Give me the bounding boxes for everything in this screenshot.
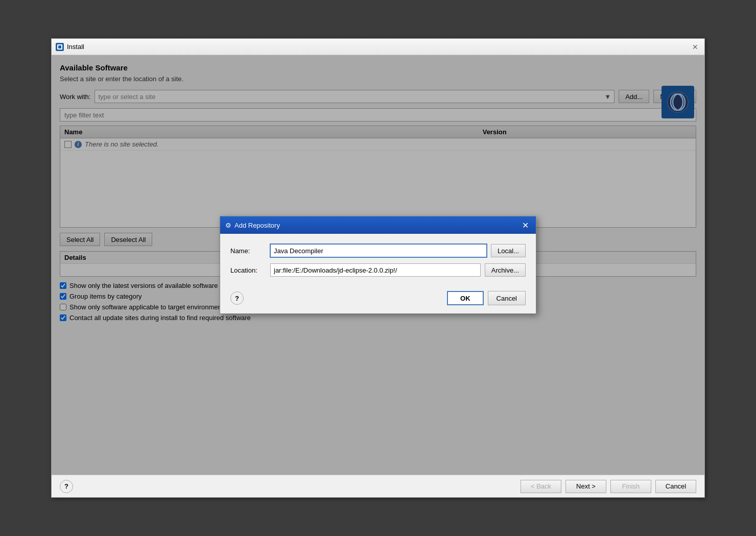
modal-help-button[interactable]: ? xyxy=(230,291,244,305)
modal-location-label: Location: xyxy=(230,266,266,274)
help-button[interactable]: ? xyxy=(60,480,73,493)
modal-cancel-button[interactable]: Cancel xyxy=(488,291,526,305)
finish-button[interactable]: Finish xyxy=(610,480,651,493)
modal-buttons: ? OK Cancel xyxy=(220,287,536,313)
modal-content: Name: Local... Location: Archive... xyxy=(220,234,536,287)
title-bar-left: Install xyxy=(56,43,84,51)
modal-title-left: ⚙ Add Repository xyxy=(225,222,280,229)
modal-name-input[interactable] xyxy=(270,244,487,257)
modal-name-label: Name: xyxy=(230,247,266,255)
modal-local-button[interactable]: Local... xyxy=(491,244,526,257)
window-content: Available Software Select a site or ente… xyxy=(52,55,704,475)
modal-gear-icon: ⚙ xyxy=(225,222,231,229)
window-title: Install xyxy=(67,43,84,51)
back-button[interactable]: < Back xyxy=(521,480,561,493)
modal-location-input[interactable] xyxy=(270,263,481,277)
modal-name-row: Name: Local... xyxy=(230,244,526,257)
svg-rect-1 xyxy=(58,45,61,48)
modal-buttons-right: OK Cancel xyxy=(447,291,526,305)
cancel-button[interactable]: Cancel xyxy=(655,480,696,493)
modal-title: Add Repository xyxy=(234,222,280,229)
add-repository-modal: ⚙ Add Repository ✕ Name: Local... Locati… xyxy=(220,216,536,314)
modal-close-button[interactable]: ✕ xyxy=(519,220,531,231)
install-icon xyxy=(56,43,64,51)
main-window: Install ✕ Available Software Select a si… xyxy=(51,38,705,498)
title-bar: Install ✕ xyxy=(52,39,704,55)
modal-location-row: Location: Archive... xyxy=(230,263,526,277)
modal-ok-button[interactable]: OK xyxy=(447,291,484,305)
bottom-bar-right: < Back Next > Finish Cancel xyxy=(521,480,696,493)
modal-overlay: ⚙ Add Repository ✕ Name: Local... Locati… xyxy=(52,55,704,475)
modal-archive-button[interactable]: Archive... xyxy=(485,263,526,277)
window-close-button[interactable]: ✕ xyxy=(690,42,700,52)
bottom-bar: ? < Back Next > Finish Cancel xyxy=(52,475,704,497)
modal-title-bar: ⚙ Add Repository ✕ xyxy=(220,216,536,234)
next-button[interactable]: Next > xyxy=(565,480,606,493)
